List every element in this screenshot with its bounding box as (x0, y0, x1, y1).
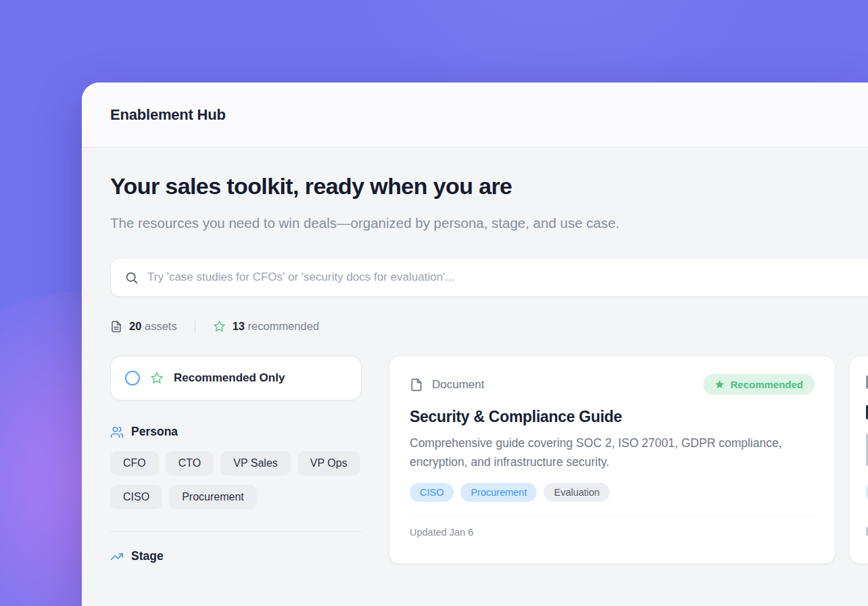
recommended-badge: Recommended (703, 374, 815, 395)
tag-evaluation[interactable]: Evaluation (544, 483, 610, 502)
file-text-icon (110, 321, 122, 333)
users-icon (110, 425, 124, 439)
assets-stat: 20 assets (110, 320, 177, 333)
card-type-label: Document (432, 378, 484, 392)
recommended-count: 13 (233, 320, 245, 332)
recommended-only-label: Recommended Only (174, 371, 285, 385)
stage-section-header: Stage (110, 549, 362, 563)
stats-divider (195, 321, 195, 333)
persona-section-header: Persona (110, 425, 362, 439)
stage-section-label: Stage (131, 549, 164, 563)
recommended-badge-label: Recommended (730, 379, 803, 390)
tag-procurement[interactable]: Procurement (460, 483, 537, 502)
page-title: Your sales toolkit, ready when you are (110, 173, 868, 200)
persona-chip-vp-ops[interactable]: VP Ops (297, 451, 360, 475)
star-filled-icon (715, 379, 725, 390)
tag-ciso[interactable]: CISO (410, 483, 454, 502)
filters-sidebar: Recommended Only Persona CFO (110, 356, 362, 563)
asset-card-partial[interactable] (849, 356, 868, 564)
search-bar[interactable] (110, 258, 868, 297)
star-icon (213, 320, 226, 333)
asset-description: Comprehensive guide covering SOC 2, ISO … (410, 434, 809, 471)
file-icon (410, 378, 423, 392)
stats-row: 20 assets 13 recommended (110, 320, 868, 333)
recommended-only-toggle[interactable]: Recommended Only (110, 356, 362, 400)
persona-chip-procurement[interactable]: Procurement (169, 485, 257, 509)
card-type: Document (410, 378, 484, 392)
asset-card-security-compliance[interactable]: Document Recommended Security & Complian… (389, 356, 836, 564)
recommended-stat: 13 recommended (213, 320, 319, 333)
persona-section-label: Persona (131, 425, 178, 439)
star-icon (150, 371, 164, 385)
assets-label: assets (145, 320, 177, 332)
background-highlight (291, 0, 818, 95)
panel-content: Your sales toolkit, ready when you are T… (82, 147, 868, 564)
page-subtitle: The resources you need to win deals—orga… (110, 209, 661, 237)
persona-chips: CFO CTO VP Sales VP Ops CISO Procurement (110, 451, 362, 509)
search-input[interactable] (147, 271, 868, 284)
enablement-hub-panel: Enablement Hub Your sales toolkit, ready… (82, 83, 868, 606)
recommended-label: recommended (248, 320, 319, 332)
body-row: Recommended Only Persona CFO (110, 356, 868, 564)
persona-chip-ciso[interactable]: CISO (110, 485, 162, 509)
trending-up-icon (110, 550, 124, 563)
recommended-stat-text: 13 recommended (233, 320, 319, 333)
assets-count: 20 (129, 320, 141, 332)
card-divider (410, 516, 815, 517)
sidebar-divider (110, 531, 362, 532)
assets-stat-text: 20 assets (129, 320, 177, 333)
card-top-row: Document Recommended (410, 374, 815, 395)
asset-title: Security & Compliance Guide (410, 408, 815, 426)
toggle-circle-icon[interactable] (125, 371, 140, 386)
persona-chip-cfo[interactable]: CFO (110, 451, 159, 475)
asset-cards-row: Document Recommended Security & Complian… (389, 356, 868, 564)
app-title: Enablement Hub (110, 106, 226, 124)
persona-chip-cto[interactable]: CTO (166, 451, 214, 475)
panel-header: Enablement Hub (82, 83, 868, 147)
asset-updated: Updated Jan 6 (410, 527, 815, 538)
search-icon (124, 271, 139, 285)
asset-tags: CISO Procurement Evaluation (410, 483, 815, 502)
persona-chip-vp-sales[interactable]: VP Sales (220, 451, 291, 475)
